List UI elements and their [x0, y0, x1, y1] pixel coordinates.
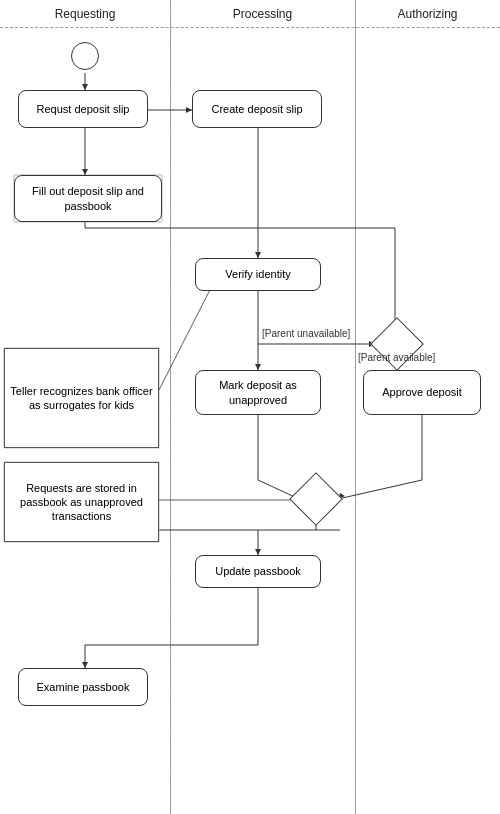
- examine-passbook-node: Examine passbook: [18, 668, 148, 706]
- lane-header-requesting: Requesting: [0, 0, 170, 27]
- svg-line-22: [338, 480, 422, 499]
- verify-identity-node: Verify identity: [195, 258, 321, 291]
- lane-header-processing: Processing: [170, 0, 355, 27]
- fill-out-node: Fill out deposit slip and passbook: [14, 175, 162, 222]
- lane-header-authorizing: Authorizing: [355, 0, 500, 27]
- divider-1: [170, 0, 171, 814]
- requests-stored-node: Requests are stored in passbook as unapp…: [4, 462, 159, 542]
- mark-deposit-node: Mark deposit as unapproved: [195, 370, 321, 415]
- approve-deposit-node: Approve deposit: [363, 370, 481, 415]
- merge-diamond: [289, 472, 343, 526]
- teller-recognizes-node: Teller recognizes bank officer as surrog…: [4, 348, 159, 448]
- parent-unavailable-label: [Parent unavailable]: [262, 328, 372, 339]
- divider-2: [355, 0, 356, 814]
- header-row: Requesting Processing Authorizing: [0, 0, 500, 28]
- create-deposit-slip-node: Create deposit slip: [192, 90, 322, 128]
- parent-available-label: [Parent available]: [358, 352, 458, 363]
- diagram-container: Requesting Processing Authorizing: [0, 0, 500, 814]
- start-node: [71, 42, 99, 70]
- request-deposit-slip-node: Requst deposit slip: [18, 90, 148, 128]
- update-passbook-node: Update passbook: [195, 555, 321, 588]
